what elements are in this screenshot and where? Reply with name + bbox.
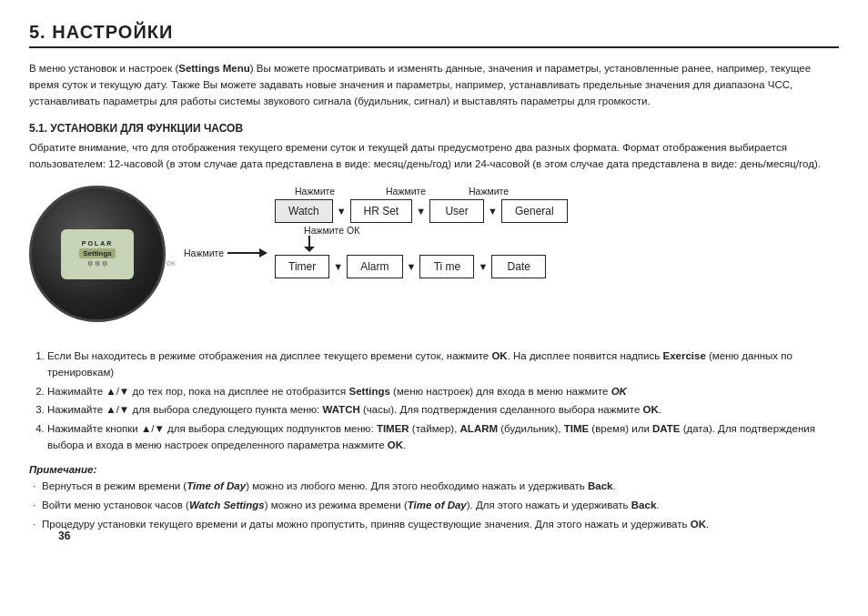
instruction-2: Нажимайте ▲/▼ до тех пор, пока на диспле… (47, 383, 839, 399)
flow-box-timer: Timer (275, 255, 329, 278)
down-arrow-icon (304, 236, 315, 252)
triangle-2: ▼ (416, 206, 426, 217)
flow-top-row: Watch ▼ HR Set ▼ User ▼ General (275, 199, 839, 223)
top-labels-row: Нажмите Нажмите Нажмите (275, 186, 839, 197)
watch-brand: POLAR (82, 240, 114, 247)
instructions-list: Если Вы находитесь в режиме отображения … (47, 348, 839, 453)
label-press-2: Нажмите (369, 186, 442, 197)
flow-diagram: Нажмите Нажмите Нажмите Watch ▼ HR Set ▼… (275, 186, 839, 278)
press-ok-label: Нажмите ОК (304, 225, 839, 236)
section-51-title: 5.1. УСТАНОВКИ ДЛЯ ФУНКЦИИ ЧАСОВ (29, 122, 839, 135)
instruction-3: Нажимайте ▲/▼ для выбора следующего пунк… (47, 401, 839, 418)
label-press-1: Нажмите (275, 186, 355, 197)
watch-menu: Settings (79, 248, 116, 258)
instruction-4: Нажимайте кнопки ▲/▼ для выбора следующи… (47, 420, 839, 454)
note-item-1: Вернуться в режим времени (Time of Day) … (29, 479, 839, 495)
note-item-2: Войти меню установок часов (Watch Settin… (29, 498, 839, 514)
triangle-4: ▼ (333, 261, 343, 272)
note-list: Вернуться в режим времени (Time of Day) … (29, 479, 839, 532)
flow-bottom-row: Timer ▼ Alarm ▼ Ti me ▼ Date (275, 255, 839, 278)
flow-box-general: General (501, 199, 568, 223)
triangle-5: ▼ (407, 261, 417, 272)
flow-box-alarm: Alarm (347, 255, 402, 278)
watch-image: POLAR Settings ⚙ ⚙ ⚙ OK (29, 186, 175, 331)
press-left-label: Нажмите (184, 247, 224, 258)
page-title: 5. НАСТРОЙКИ (29, 22, 839, 48)
ok-down-area: Нажмите ОК (275, 225, 839, 255)
diagram-area: POLAR Settings ⚙ ⚙ ⚙ OK Нажмите Нажмите … (29, 186, 839, 331)
label-press-3: Нажмите (457, 186, 520, 197)
triangle-3: ▼ (488, 206, 498, 217)
flow-box-time: Ti me (419, 255, 474, 278)
flow-box-date: Date (491, 255, 546, 278)
instruction-1: Если Вы находитесь в режиме отображения … (47, 348, 839, 381)
triangle-1: ▼ (337, 206, 347, 217)
page-number: 36 (58, 530, 868, 542)
section-51-intro: Обратите внимание, что для отображения т… (29, 140, 839, 173)
svg-marker-1 (304, 247, 315, 252)
intro-text: В меню установок и настроек (Settings Me… (29, 61, 839, 109)
note-section: Примечание: Вернуться в режим времени (T… (29, 464, 839, 532)
note-title: Примечание: (29, 464, 839, 475)
triangle-6: ▼ (478, 261, 488, 272)
flow-box-watch: Watch (275, 199, 333, 223)
flow-box-hrset: HR Set (350, 199, 413, 223)
flow-box-user: User (429, 199, 484, 223)
watch-ok-label: OK (167, 260, 177, 267)
left-arrow-area: Нажмите (184, 247, 260, 258)
